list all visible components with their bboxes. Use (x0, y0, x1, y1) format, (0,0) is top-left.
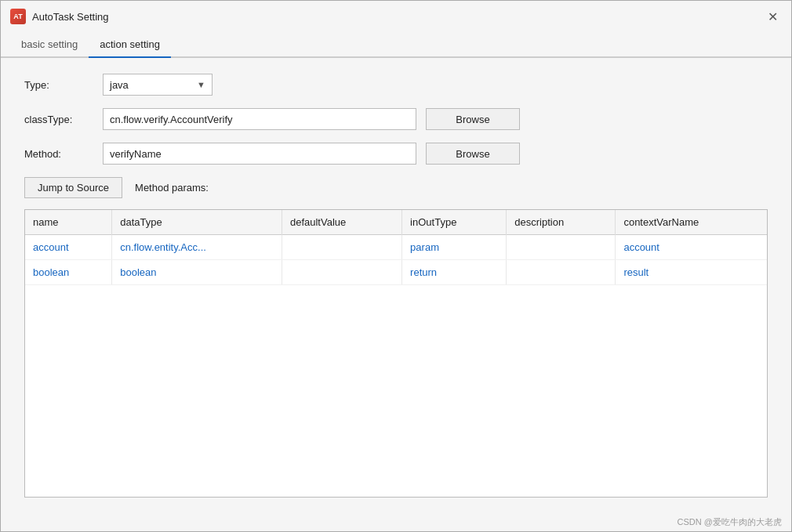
cell-description (507, 235, 616, 260)
type-label: Type: (24, 79, 103, 91)
col-header-contextvarname: contextVarName (616, 210, 767, 235)
cell-contextvarname: account (616, 235, 767, 260)
table-row[interactable]: accountcn.flow.entity.Acc...paramaccount (25, 235, 767, 260)
table-row[interactable]: booleanbooleanreturnresult (25, 260, 767, 285)
col-header-description: description (507, 210, 616, 235)
window-title: AutoTask Setting (32, 11, 109, 23)
cell-name: boolean (25, 260, 112, 285)
tab-basic-setting[interactable]: basic setting (10, 32, 89, 58)
app-icon: AT (10, 9, 26, 24)
params-table-wrapper: name dataType defaultValue inOutType des… (24, 209, 768, 498)
tab-action-setting[interactable]: action setting (89, 32, 171, 58)
cell-defaultvalue (282, 235, 401, 260)
close-button[interactable]: ✕ (763, 7, 782, 26)
tab-bar: basic setting action setting (1, 32, 791, 58)
cell-datatype: boolean (112, 260, 282, 285)
cell-datatype: cn.flow.entity.Acc... (112, 235, 282, 260)
cell-inouttype: return (402, 260, 507, 285)
type-select-value: java (110, 79, 129, 91)
dropdown-arrow-icon: ▼ (197, 80, 205, 89)
class-type-row: classType: Browse (24, 108, 768, 130)
watermark: CSDN @爱吃牛肉的大老虎 (1, 513, 791, 531)
actions-row: Jump to Source Method params: (24, 177, 768, 198)
class-type-input[interactable] (103, 108, 416, 130)
col-header-name: name (25, 210, 112, 235)
col-header-defaultvalue: defaultValue (282, 210, 401, 235)
cell-description (507, 260, 616, 285)
col-header-inouttype: inOutType (402, 210, 507, 235)
type-select[interactable]: java ▼ (103, 74, 213, 96)
method-label: Method: (24, 148, 103, 160)
method-row: Method: Browse (24, 143, 768, 165)
method-browse-button[interactable]: Browse (426, 143, 520, 165)
content-area: Type: java ▼ classType: Browse Method: B… (1, 58, 791, 513)
title-bar: AT AutoTask Setting ✕ (1, 1, 791, 32)
class-type-browse-button[interactable]: Browse (426, 108, 520, 130)
cell-defaultvalue (282, 260, 401, 285)
type-row: Type: java ▼ (24, 74, 768, 96)
cell-name: account (25, 235, 112, 260)
main-window: AT AutoTask Setting ✕ basic setting acti… (0, 0, 792, 532)
jump-to-source-button[interactable]: Jump to Source (24, 177, 122, 198)
col-header-datatype: dataType (112, 210, 282, 235)
cell-contextvarname: result (616, 260, 767, 285)
cell-inouttype: param (402, 235, 507, 260)
method-input[interactable] (103, 143, 416, 165)
method-params-label: Method params: (135, 182, 209, 194)
class-type-label: classType: (24, 114, 103, 125)
table-header-row: name dataType defaultValue inOutType des… (25, 210, 767, 235)
params-table: name dataType defaultValue inOutType des… (25, 210, 767, 285)
title-bar-left: AT AutoTask Setting (10, 9, 109, 24)
